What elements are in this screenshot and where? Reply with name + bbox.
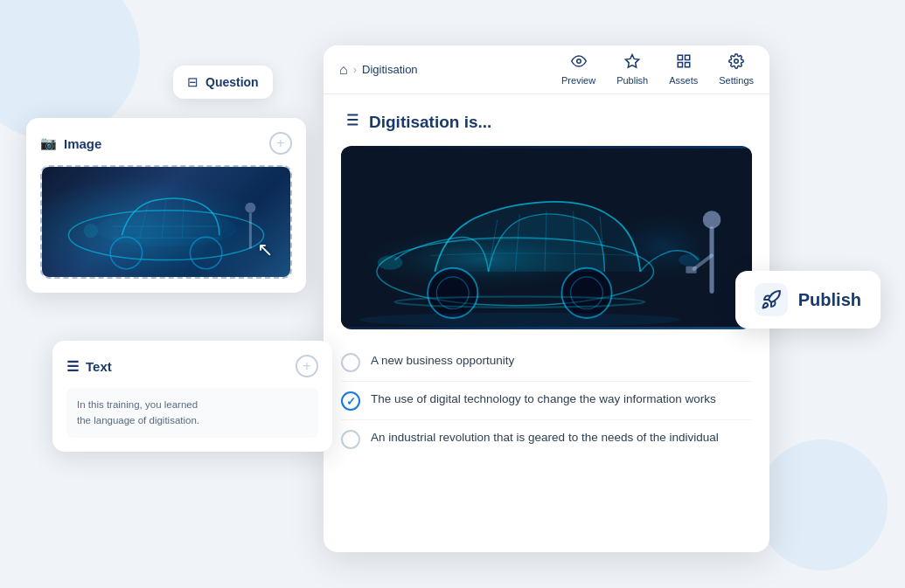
option-text-2: The use of digital technology to change …	[371, 391, 716, 408]
car-wireframe-svg	[42, 167, 290, 277]
svg-point-11	[245, 203, 255, 213]
assets-label: Assets	[669, 75, 698, 86]
answer-option-1[interactable]: A new business opportunity	[341, 343, 752, 382]
question-title-text: Digitisation is...	[369, 113, 491, 132]
preview-label: Preview	[561, 75, 595, 86]
image-card-title: Image	[64, 136, 101, 151]
image-drop-area[interactable]: ↖	[40, 165, 292, 279]
car-svg-container	[341, 146, 752, 329]
svg-rect-14	[685, 55, 689, 59]
svg-point-17	[734, 59, 739, 64]
answer-options-list: A new business opportunity The use of di…	[341, 343, 752, 458]
text-list-icon: ☰	[66, 358, 79, 375]
content-area: Digitisation is...	[324, 94, 769, 552]
option-text-3: An industrial revolution that is geared …	[371, 429, 719, 446]
top-nav: ⌂ › Digitisation Preview	[324, 45, 769, 94]
answer-option-3[interactable]: An industrial revolution that is geared …	[341, 420, 752, 458]
option-radio-3[interactable]	[341, 430, 360, 449]
svg-point-37	[378, 255, 403, 269]
assets-icon	[676, 53, 692, 73]
svg-rect-16	[678, 63, 682, 67]
home-icon[interactable]: ⌂	[339, 62, 348, 78]
text-preview: In this training, you learned the langua…	[66, 388, 318, 438]
publish-nav-label: Publish	[616, 75, 648, 86]
text-card: ☰ Text + In this training, you learned t…	[52, 341, 332, 452]
breadcrumb-page: Digitisation	[362, 63, 418, 76]
image-card-title-row: 📷 Image	[40, 135, 101, 151]
option-radio-2[interactable]	[341, 391, 360, 411]
assets-nav-item[interactable]: Assets	[669, 53, 698, 86]
preview-icon	[571, 53, 587, 73]
main-car-svg	[341, 146, 752, 329]
svg-point-12	[576, 59, 581, 64]
svg-rect-13	[678, 55, 682, 59]
publish-icon	[624, 53, 640, 73]
question-icon: ⊟	[187, 74, 198, 90]
publish-nav-item[interactable]: Publish	[616, 53, 648, 86]
settings-icon	[728, 53, 744, 73]
question-card-label: Question	[205, 75, 259, 89]
text-line-1: In this training, you learned	[77, 397, 308, 412]
settings-label: Settings	[719, 75, 754, 86]
svg-point-35	[561, 268, 611, 318]
answer-option-2[interactable]: The use of digital technology to change …	[341, 382, 752, 420]
image-preview: ↖	[42, 167, 290, 277]
svg-point-43	[359, 313, 680, 327]
question-card: ⊟ Question	[173, 66, 273, 99]
option-text-1: A new business opportunity	[371, 352, 514, 370]
image-card: 📷 Image +	[26, 118, 306, 293]
bg-shape-2	[756, 439, 888, 571]
cursor-icon: ↖	[257, 239, 273, 261]
camera-icon: 📷	[40, 135, 57, 151]
text-card-title: Text	[86, 359, 112, 374]
main-panel: ⌂ › Digitisation Preview	[324, 45, 769, 552]
preview-nav-item[interactable]: Preview	[561, 53, 595, 86]
svg-point-33	[428, 268, 477, 318]
title-list-icon	[341, 110, 360, 134]
image-card-header: 📷 Image +	[40, 132, 292, 155]
image-add-button[interactable]: +	[269, 132, 292, 155]
text-line-2: the language of digitisation.	[77, 412, 308, 428]
svg-point-38	[679, 253, 700, 266]
nav-actions: Preview Publish	[561, 53, 754, 86]
svg-point-8	[95, 211, 237, 247]
settings-nav-item[interactable]: Settings	[719, 53, 754, 86]
text-card-header: ☰ Text +	[66, 355, 318, 377]
car-image	[341, 146, 752, 329]
svg-point-40	[703, 211, 721, 228]
publish-badge[interactable]: Publish	[735, 271, 881, 329]
breadcrumb-separator: ›	[353, 63, 357, 76]
rocket-icon	[761, 289, 782, 310]
breadcrumb: ⌂ › Digitisation	[339, 62, 561, 78]
option-radio-1[interactable]	[341, 353, 360, 372]
question-title-row: Digitisation is...	[341, 110, 752, 134]
svg-rect-42	[686, 266, 696, 273]
text-card-title-row: ☰ Text	[66, 358, 112, 375]
publish-badge-label: Publish	[798, 290, 861, 310]
svg-point-9	[84, 224, 98, 238]
svg-rect-15	[685, 63, 689, 67]
rocket-icon-container	[755, 283, 788, 316]
text-add-button[interactable]: +	[296, 355, 318, 377]
